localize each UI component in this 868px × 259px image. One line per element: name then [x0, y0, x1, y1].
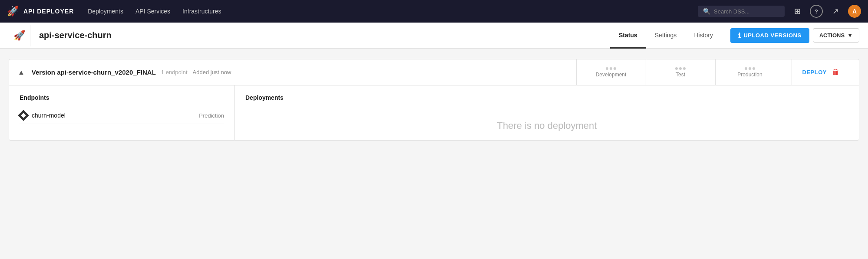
env-development: Development	[576, 59, 646, 85]
version-card: ▲ Version api-service-churn_v2020_FINAL …	[9, 59, 859, 141]
dot-5	[679, 67, 682, 70]
prod-label: Production	[737, 72, 762, 78]
logo-icon: 🚀	[7, 6, 19, 17]
user-avatar[interactable]: A	[848, 5, 861, 18]
dot-3	[614, 67, 616, 70]
tab-history[interactable]: History	[685, 23, 722, 49]
nav-api-services[interactable]: API Services	[135, 8, 170, 15]
rocket-icon: 🚀	[13, 30, 25, 41]
version-name: Version api-service-churn_v2020_FINAL	[32, 69, 156, 76]
dot-2	[610, 67, 612, 70]
version-endpoint-count: 1 endpoint	[161, 69, 188, 75]
search-input[interactable]	[714, 8, 779, 15]
grid-icon[interactable]: ⊞	[791, 5, 804, 18]
test-dots	[675, 67, 686, 70]
nav-infrastructures[interactable]: Infrastructures	[182, 8, 221, 15]
brand: 🚀 API DEPLOYER	[7, 6, 74, 17]
sub-header-actions: ℹ UPLOAD VERSIONS ACTIONS ▼	[730, 28, 859, 43]
sub-header: 🚀 api-service-churn Status Settings Hist…	[0, 23, 868, 49]
dev-label: Development	[596, 72, 627, 78]
service-title: api-service-churn	[39, 30, 610, 40]
main-content: ▲ Version api-service-churn_v2020_FINAL …	[0, 49, 868, 151]
actions-button[interactable]: ACTIONS ▼	[813, 28, 859, 43]
test-label: Test	[676, 72, 685, 78]
top-nav: 🚀 API DEPLOYER Deployments API Services …	[0, 0, 868, 23]
analytics-icon[interactable]: ↗	[829, 5, 842, 18]
endpoints-section: Endpoints churn-model Prediction	[9, 85, 235, 140]
env-test: Test	[646, 59, 715, 85]
diamond-inner	[21, 113, 26, 118]
collapse-chevron[interactable]: ▲	[18, 69, 25, 76]
top-nav-links: Deployments API Services Infrastructures	[88, 8, 221, 15]
env-columns: Development Test Produ	[576, 59, 785, 85]
version-title-area: Version api-service-churn_v2020_FINAL 1 …	[32, 69, 569, 76]
deployments-title: Deployments	[245, 94, 848, 101]
top-nav-right: 🔍 ⊞ ? ↗ A	[698, 5, 861, 18]
tab-settings[interactable]: Settings	[646, 23, 686, 49]
tab-status[interactable]: Status	[610, 23, 646, 49]
endpoint-name: churn-model	[32, 112, 195, 119]
dot-8	[749, 67, 751, 70]
brand-name: API DEPLOYER	[23, 8, 74, 15]
deploy-button[interactable]: DEPLOY	[802, 69, 827, 75]
deployments-section: Deployments There is no deployment	[235, 85, 859, 140]
sub-header-tabs: Status Settings History	[610, 23, 722, 48]
dot-6	[683, 67, 686, 70]
search-icon: 🔍	[703, 8, 710, 15]
dot-7	[745, 67, 747, 70]
no-deployment-text: There is no deployment	[245, 120, 848, 131]
endpoint-item: churn-model Prediction	[20, 107, 224, 124]
endpoint-icon	[18, 110, 29, 121]
version-deploy-area: DEPLOY 🗑	[792, 59, 850, 85]
dev-dots	[606, 67, 616, 70]
prod-dots	[745, 67, 755, 70]
info-icon: ℹ	[738, 32, 741, 39]
nav-deployments[interactable]: Deployments	[88, 8, 123, 15]
env-production: Production	[715, 59, 785, 85]
upload-versions-button[interactable]: ℹ UPLOAD VERSIONS	[730, 28, 809, 43]
chevron-down-icon: ▼	[847, 32, 853, 39]
version-header: ▲ Version api-service-churn_v2020_FINAL …	[9, 59, 859, 85]
service-logo: 🚀	[9, 25, 30, 46]
dot-9	[752, 67, 755, 70]
search-box[interactable]: 🔍	[698, 6, 785, 17]
version-body: Endpoints churn-model Prediction Deploym…	[9, 85, 859, 140]
delete-button[interactable]: 🗑	[832, 68, 840, 77]
dot-1	[606, 67, 608, 70]
dot-4	[675, 67, 678, 70]
help-icon[interactable]: ?	[810, 5, 823, 18]
version-added: Added just now	[193, 69, 231, 75]
endpoints-title: Endpoints	[20, 94, 224, 101]
endpoint-type: Prediction	[199, 112, 224, 119]
